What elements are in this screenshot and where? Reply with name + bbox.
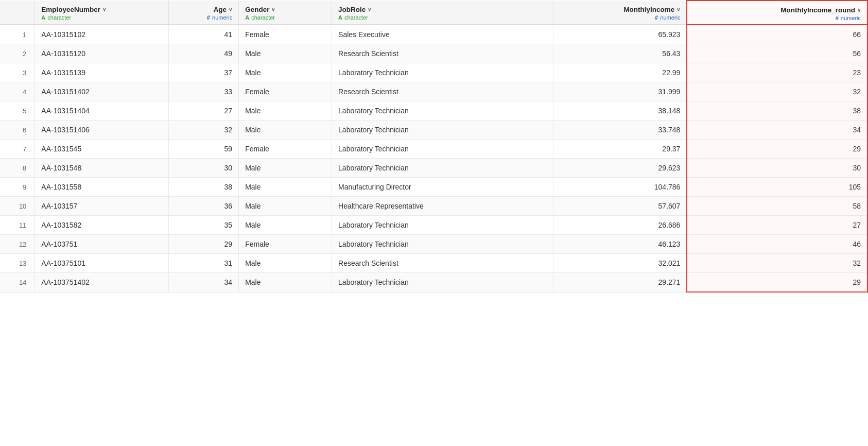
jobrole-cell: Manufacturing Director (332, 178, 553, 197)
char-icon-3: A (338, 14, 342, 21)
jobrole-header[interactable]: JobRole ∨ A character (332, 1, 553, 25)
jobrole-sort-icon[interactable]: ∨ (368, 7, 371, 12)
monthly-income-header[interactable]: MonthlyIncome ∨ # numeric (553, 1, 687, 25)
gender-cell: Male (239, 159, 332, 178)
monthly-income-type: # numeric (560, 14, 681, 21)
monthly-income-label: MonthlyIncome (623, 6, 674, 13)
monthly-income-cell: 57.607 (553, 197, 687, 216)
monthly-income-cell: 31.999 (553, 82, 687, 101)
employee-number-cell: AA-1031582 (35, 216, 169, 235)
employee-number-cell: AA-10375101 (35, 254, 169, 273)
monthly-income-round-sort-icon[interactable]: ∨ (857, 7, 861, 13)
employee-number-cell: AA-103751 (35, 235, 169, 254)
jobrole-cell: Research Scientist (332, 44, 553, 63)
row-number-cell: 4 (0, 82, 35, 101)
jobrole-cell: Healthcare Representative (332, 197, 553, 216)
employee-number-cell: AA-103751402 (35, 273, 169, 293)
gender-cell: Female (239, 235, 332, 254)
gender-cell: Male (239, 178, 332, 197)
monthly-income-round-cell: 27 (687, 216, 867, 235)
table-row: 1AA-1031510241FemaleSales Executive65.92… (0, 25, 867, 44)
age-header[interactable]: Age ∨ # numeric (169, 1, 239, 25)
employee-number-cell: AA-1031545 (35, 140, 169, 159)
age-cell: 31 (169, 254, 239, 273)
gender-label: Gender (245, 6, 269, 13)
row-number-cell: 5 (0, 101, 35, 121)
monthly-income-round-cell: 38 (687, 101, 867, 121)
table-row: 14AA-10375140234MaleLaboratory Technicia… (0, 273, 867, 293)
age-cell: 34 (169, 273, 239, 293)
row-number-cell: 13 (0, 254, 35, 273)
row-number-cell: 7 (0, 140, 35, 159)
monthly-income-round-header[interactable]: MonthlyIncome_round ∨ # numeric (687, 1, 867, 25)
gender-sort-icon[interactable]: ∨ (271, 7, 275, 12)
age-cell: 36 (169, 197, 239, 216)
jobrole-cell: Laboratory Technician (332, 159, 553, 178)
employee-number-cell: AA-103157 (35, 197, 169, 216)
monthly-income-round-cell: 105 (687, 178, 867, 197)
gender-cell: Male (239, 197, 332, 216)
table-row: 5AA-10315140427MaleLaboratory Technician… (0, 101, 867, 121)
row-number-cell: 12 (0, 235, 35, 254)
employee-number-cell: AA-103151404 (35, 101, 169, 121)
table-row: 7AA-103154559FemaleLaboratory Technician… (0, 140, 867, 159)
char-icon: A (41, 14, 45, 21)
jobrole-cell: Sales Executive (332, 25, 553, 44)
employee-number-cell: AA-103151406 (35, 121, 169, 140)
age-cell: 41 (169, 25, 239, 44)
monthly-income-round-type: # numeric (693, 15, 861, 21)
jobrole-type: A character (338, 14, 547, 21)
monthly-income-round-cell: 23 (687, 63, 867, 82)
age-label: Age (214, 6, 227, 13)
monthly-income-cell: 65.923 (553, 25, 687, 44)
employee-number-cell: AA-103151402 (35, 82, 169, 101)
monthly-income-round-cell: 56 (687, 44, 867, 63)
employee-number-cell: AA-10315120 (35, 44, 169, 63)
table-row: 11AA-103158235MaleLaboratory Technician2… (0, 216, 867, 235)
monthly-income-round-cell: 32 (687, 82, 867, 101)
row-number-cell: 3 (0, 63, 35, 82)
gender-cell: Male (239, 44, 332, 63)
jobrole-cell: Laboratory Technician (332, 140, 553, 159)
employee-number-sort-icon[interactable]: ∨ (102, 7, 106, 12)
jobrole-cell: Laboratory Technician (332, 216, 553, 235)
row-number-cell: 9 (0, 178, 35, 197)
employee-number-cell: AA-1031548 (35, 159, 169, 178)
table-row: 13AA-1037510131MaleResearch Scientist32.… (0, 254, 867, 273)
gender-cell: Male (239, 101, 332, 121)
monthly-income-sort-icon[interactable]: ∨ (676, 7, 680, 12)
employee-number-cell: AA-1031558 (35, 178, 169, 197)
age-sort-icon[interactable]: ∨ (229, 7, 232, 12)
employee-number-header[interactable]: EmployeeNumber ∨ A character (35, 1, 169, 25)
monthly-income-round-cell: 30 (687, 159, 867, 178)
monthly-income-cell: 104.786 (553, 178, 687, 197)
table-row: 2AA-1031512049MaleResearch Scientist56.4… (0, 44, 867, 63)
gender-cell: Male (239, 254, 332, 273)
row-number-cell: 2 (0, 44, 35, 63)
table-row: 6AA-10315140632MaleLaboratory Technician… (0, 121, 867, 140)
row-number-cell: 6 (0, 121, 35, 140)
employee-number-label: EmployeeNumber (41, 6, 100, 13)
jobrole-cell: Laboratory Technician (332, 121, 553, 140)
data-table: EmployeeNumber ∨ A character Age ∨ # num… (0, 0, 868, 293)
gender-type: A character (245, 14, 325, 21)
table-row: 10AA-10315736MaleHealthcare Representati… (0, 197, 867, 216)
monthly-income-round-cell: 32 (687, 254, 867, 273)
gender-cell: Male (239, 121, 332, 140)
monthly-income-cell: 32.021 (553, 254, 687, 273)
jobrole-label: JobRole (338, 6, 366, 13)
monthly-income-cell: 46.123 (553, 235, 687, 254)
row-number-cell: 8 (0, 159, 35, 178)
monthly-income-cell: 38.148 (553, 101, 687, 121)
row-number-cell: 14 (0, 273, 35, 293)
num-icon: # (207, 14, 210, 21)
employee-number-cell: AA-10315139 (35, 63, 169, 82)
age-type: # numeric (175, 14, 232, 21)
monthly-income-cell: 56.43 (553, 44, 687, 63)
gender-cell: Female (239, 82, 332, 101)
monthly-income-cell: 29.623 (553, 159, 687, 178)
gender-cell: Male (239, 273, 332, 293)
row-number-cell: 11 (0, 216, 35, 235)
gender-header[interactable]: Gender ∨ A character (239, 1, 332, 25)
age-cell: 27 (169, 101, 239, 121)
